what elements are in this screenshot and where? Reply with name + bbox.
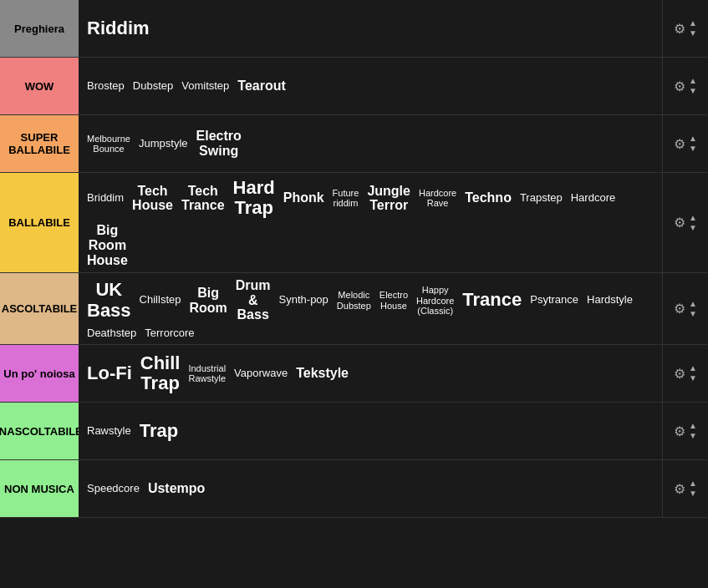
arrow-group: ▲▼ bbox=[689, 134, 697, 153]
arrow-group: ▲▼ bbox=[689, 300, 697, 318]
genre-item[interactable]: Briddim bbox=[84, 190, 127, 205]
arrow-group: ▲▼ bbox=[689, 77, 697, 95]
genre-item[interactable]: Hardcore bbox=[568, 190, 619, 205]
move-up-button[interactable]: ▲ bbox=[689, 479, 697, 488]
genre-item[interactable]: Lo-Fi bbox=[84, 362, 135, 385]
genre-item[interactable]: UKBass bbox=[84, 278, 135, 322]
tier-row-inascoltabile: INASCOLTABILERawstyleTrap⚙▲▼ bbox=[0, 403, 708, 460]
tier-label-ballabile: BALLABILE bbox=[0, 173, 79, 272]
tier-row-ascoltabile: ASCOLTABILEUKBassChillstepBigRoomDrum&Ba… bbox=[0, 273, 708, 345]
genre-item[interactable]: Futureriddim bbox=[329, 186, 363, 210]
move-up-button[interactable]: ▲ bbox=[689, 134, 697, 143]
tier-label-ascoltabile: ASCOLTABILE bbox=[0, 273, 79, 344]
move-down-button[interactable]: ▼ bbox=[689, 310, 697, 318]
genre-item[interactable]: Jumpstyle bbox=[135, 136, 191, 151]
tier-label-wow: WOW bbox=[0, 58, 79, 114]
genre-item[interactable]: Terrorcore bbox=[141, 326, 197, 341]
arrow-group: ▲▼ bbox=[689, 479, 697, 498]
tier-list: PreghieraRiddim⚙▲▼WOWBrostepDubstepVomit… bbox=[0, 0, 708, 518]
tier-content-unpoco: Lo-FiChillTrapIndustrialRawstyleVaporwav… bbox=[79, 345, 662, 402]
genre-item[interactable]: ElectroSwing bbox=[193, 127, 245, 160]
tier-content-nonmusica: SpeedcoreUstempo bbox=[79, 460, 662, 517]
tier-controls-ascoltabile: ⚙▲▼ bbox=[662, 273, 708, 344]
gear-icon[interactable]: ⚙ bbox=[674, 215, 685, 231]
move-down-button[interactable]: ▼ bbox=[689, 489, 697, 498]
genre-item[interactable]: HardTrap bbox=[230, 176, 278, 220]
genre-item[interactable]: TechTrance bbox=[178, 182, 228, 215]
tier-row-unpoco: Un po' noiosaLo-FiChillTrapIndustrialRaw… bbox=[0, 345, 708, 403]
move-up-button[interactable]: ▲ bbox=[689, 77, 697, 85]
tier-controls-preghiera: ⚙▲▼ bbox=[662, 0, 708, 57]
move-down-button[interactable]: ▼ bbox=[689, 29, 697, 38]
tier-content-ascoltabile: UKBassChillstepBigRoomDrum&BassSynth-pop… bbox=[79, 273, 662, 344]
arrow-group: ▲▼ bbox=[689, 214, 697, 232]
tier-row-ballabile: BALLABILEBriddimTechHouseTechTranceHardT… bbox=[0, 173, 708, 273]
move-up-button[interactable]: ▲ bbox=[689, 364, 697, 373]
genre-item[interactable]: ChillTrap bbox=[137, 352, 184, 395]
genre-item[interactable]: Chillstep bbox=[136, 292, 185, 307]
gear-icon[interactable]: ⚙ bbox=[674, 21, 685, 37]
tier-controls-inascoltabile: ⚙▲▼ bbox=[662, 403, 708, 459]
move-up-button[interactable]: ▲ bbox=[689, 422, 697, 430]
genre-item[interactable]: Ustempo bbox=[145, 479, 208, 498]
genre-item[interactable]: BigRoom bbox=[186, 284, 230, 317]
tier-row-wow: WOWBrostepDubstepVomitstepTearout⚙▲▼ bbox=[0, 58, 708, 115]
tier-content-inascoltabile: RawstyleTrap bbox=[79, 403, 662, 459]
genre-item[interactable]: Rawstyle bbox=[84, 423, 135, 438]
genre-item[interactable]: Riddim bbox=[84, 17, 153, 40]
genre-item[interactable]: Techno bbox=[461, 189, 515, 207]
genre-item[interactable]: MelodicDubstep bbox=[334, 288, 374, 312]
genre-item[interactable]: Trapstep bbox=[517, 190, 566, 205]
genre-item[interactable]: IndustrialRawstyle bbox=[185, 362, 229, 385]
tier-controls-ballabile: ⚙▲▼ bbox=[662, 173, 708, 272]
genre-item[interactable]: Synth-pop bbox=[276, 292, 332, 307]
genre-item[interactable]: Trance bbox=[459, 288, 525, 312]
tier-content-wow: BrostepDubstepVomitstepTearout bbox=[79, 58, 662, 114]
genre-item[interactable]: HardcoreRave bbox=[415, 186, 460, 210]
genre-item[interactable]: TechHouse bbox=[129, 182, 176, 215]
gear-icon[interactable]: ⚙ bbox=[674, 136, 685, 152]
gear-icon[interactable]: ⚙ bbox=[674, 301, 685, 317]
genre-item[interactable]: BigRoomHouse bbox=[84, 221, 131, 269]
move-down-button[interactable]: ▼ bbox=[689, 432, 697, 440]
gear-icon[interactable]: ⚙ bbox=[674, 366, 685, 382]
tier-row-preghiera: PreghieraRiddim⚙▲▼ bbox=[0, 0, 708, 58]
genre-item[interactable]: Phonk bbox=[280, 189, 328, 207]
tier-content-ballabile: BriddimTechHouseTechTranceHardTrapPhonkF… bbox=[79, 173, 662, 272]
genre-item[interactable]: Psytrance bbox=[527, 292, 582, 307]
genre-item[interactable]: Speedcore bbox=[84, 481, 143, 496]
tier-row-nonmusica: NON MUSICASpeedcoreUstempo⚙▲▼ bbox=[0, 460, 708, 518]
genre-item[interactable]: Tearout bbox=[234, 77, 288, 95]
genre-item[interactable]: MelbourneBounce bbox=[84, 132, 134, 155]
genre-item[interactable]: Dubstep bbox=[130, 79, 176, 94]
arrow-group: ▲▼ bbox=[689, 422, 697, 440]
genre-item[interactable]: Deathstep bbox=[84, 326, 140, 341]
arrow-group: ▲▼ bbox=[689, 364, 697, 383]
move-up-button[interactable]: ▲ bbox=[689, 19, 697, 28]
move-down-button[interactable]: ▼ bbox=[689, 144, 697, 153]
genre-item[interactable]: JungleTerror bbox=[364, 182, 414, 215]
tier-controls-super: ⚙▲▼ bbox=[662, 115, 708, 172]
genre-item[interactable]: Trap bbox=[136, 419, 181, 443]
genre-item[interactable]: Brostep bbox=[84, 79, 128, 94]
move-up-button[interactable]: ▲ bbox=[689, 214, 697, 222]
genre-item[interactable]: Tekstyle bbox=[293, 364, 352, 383]
tier-content-preghiera: Riddim bbox=[79, 0, 662, 57]
genre-item[interactable]: ElectroHouse bbox=[376, 288, 411, 312]
tier-controls-unpoco: ⚙▲▼ bbox=[662, 345, 708, 402]
tier-content-super: MelbourneBounceJumpstyleElectroSwing bbox=[79, 115, 662, 172]
move-down-button[interactable]: ▼ bbox=[689, 87, 697, 95]
gear-icon[interactable]: ⚙ bbox=[674, 79, 685, 94]
genre-item[interactable]: Hardstyle bbox=[583, 292, 636, 307]
genre-item[interactable]: Drum&Bass bbox=[232, 276, 274, 324]
gear-icon[interactable]: ⚙ bbox=[674, 423, 685, 439]
move-up-button[interactable]: ▲ bbox=[689, 300, 697, 308]
genre-item[interactable]: HappyHardcore(Classic) bbox=[413, 283, 457, 317]
tier-label-nonmusica: NON MUSICA bbox=[0, 460, 79, 517]
genre-item[interactable]: Vomitstep bbox=[178, 79, 232, 94]
move-down-button[interactable]: ▼ bbox=[689, 224, 697, 232]
genre-item[interactable]: Vaporwave bbox=[231, 366, 291, 381]
gear-icon[interactable]: ⚙ bbox=[674, 481, 685, 497]
tier-controls-nonmusica: ⚙▲▼ bbox=[662, 460, 708, 517]
move-down-button[interactable]: ▼ bbox=[689, 374, 697, 383]
